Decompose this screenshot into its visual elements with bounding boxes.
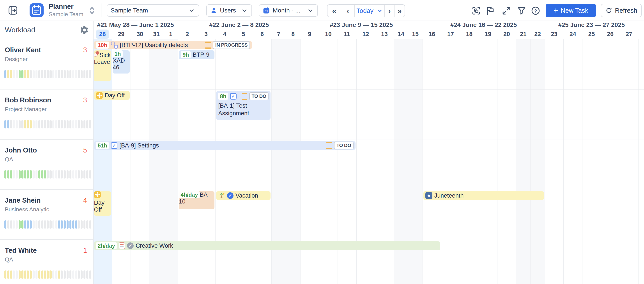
- workload-bar: [16, 70, 18, 78]
- day-header-cell: 7: [272, 29, 286, 39]
- grid-column-line: [620, 39, 620, 284]
- workload-settings-button[interactable]: [79, 25, 89, 35]
- task-chip[interactable]: 10h[BTP-12] Usability defectsIN PROGRESS: [94, 41, 252, 49]
- person-row[interactable]: John OttoQA5: [0, 140, 93, 190]
- task-chip[interactable]: 2h/day✓Creative Work: [94, 241, 440, 250]
- users-select[interactable]: Users: [206, 4, 252, 17]
- today-dropdown-button[interactable]: [375, 5, 384, 17]
- person-role: Designer: [5, 56, 28, 63]
- app-title-block[interactable]: Planner Sample Team: [49, 3, 84, 18]
- milestones-button[interactable]: [485, 5, 496, 16]
- user-icon: [210, 7, 217, 14]
- toolbar-divider: [101, 3, 102, 17]
- workload-bar: [52, 170, 54, 179]
- workload-bar: [21, 271, 23, 279]
- task-chip[interactable]: ★Juneteenth: [424, 191, 544, 200]
- filter-button[interactable]: [516, 5, 527, 16]
- workload-bar: [41, 70, 43, 78]
- workload-bar: [66, 220, 68, 229]
- day-header-cell: 12: [356, 29, 375, 39]
- new-task-button[interactable]: + New Task: [546, 4, 596, 17]
- day-header-cell: 22: [530, 29, 545, 39]
- chevron-down-icon: [376, 7, 383, 14]
- task-chip[interactable]: 9hBTP-9: [179, 50, 214, 59]
- workload-bar: [47, 271, 49, 279]
- workload-bar: [70, 120, 72, 128]
- workload-bar: [50, 170, 52, 179]
- task-chip[interactable]: ✓Vacation: [216, 191, 270, 200]
- workload-bar: [84, 271, 86, 279]
- week-label: #22 June 2 — 8 2025: [178, 21, 300, 29]
- workload-bar: [10, 170, 12, 179]
- person-row[interactable]: Oliver KentDesigner3: [0, 39, 93, 89]
- workload-bar: [38, 220, 40, 229]
- workload-bar: [13, 220, 15, 229]
- help-button[interactable]: ?: [530, 5, 541, 16]
- refresh-button[interactable]: Refresh: [601, 4, 642, 17]
- task-title: XAD-46: [112, 57, 127, 71]
- workload-bar: [38, 170, 40, 179]
- workload-bar: [38, 271, 40, 279]
- workload-sidebar: Workload Oliver KentDesigner3Bob Robinso…: [0, 20, 94, 284]
- collapse-sidebar-button[interactable]: [8, 5, 18, 16]
- week-label: #21 May 28 — June 1 2025: [93, 21, 178, 29]
- nav-next-button[interactable]: ›: [385, 5, 394, 17]
- chevron-down-icon: [307, 7, 314, 14]
- workload-bar: [70, 220, 72, 229]
- nav-next-fast-button[interactable]: »: [394, 5, 404, 17]
- pill-icon: [94, 50, 100, 57]
- workload-bar: [4, 170, 6, 179]
- workload-bar: [55, 271, 57, 279]
- team-select[interactable]: Sample Team: [107, 4, 199, 17]
- scan-tasks-icon: [471, 6, 481, 16]
- workload-bar: [80, 120, 82, 128]
- task-chip[interactable]: Day Off: [94, 91, 130, 100]
- task-chip[interactable]: 4h/dayBA-10: [179, 191, 214, 209]
- workload-bar: [80, 220, 82, 229]
- workload-bar: [18, 170, 20, 179]
- person-row[interactable]: Bob RobinsonProject Manager3: [0, 89, 93, 140]
- workload-bar: [89, 271, 91, 279]
- person-task-count: 5: [83, 146, 87, 154]
- day-header-cell: 26: [601, 29, 620, 39]
- workload-bar: [70, 271, 72, 279]
- workspace-switcher-chevrons[interactable]: [87, 5, 97, 16]
- task-chip[interactable]: 51h✓[BA-9] SettingsTO DO: [94, 141, 356, 150]
- workload-bar: [13, 271, 15, 279]
- task-chip[interactable]: Day Off: [94, 191, 111, 216]
- workload-bar: [36, 220, 38, 229]
- workload-bar: [21, 120, 23, 128]
- collapse-sidebar-icon: [8, 5, 18, 15]
- fullscreen-button[interactable]: [501, 5, 512, 16]
- day-header-cell: 6: [253, 29, 272, 39]
- task-chip[interactable]: 1hXAD-46: [112, 50, 130, 73]
- refresh-icon: [605, 7, 613, 14]
- week-label: #24 June 16 — 22 2025: [422, 21, 545, 29]
- workload-bar: [58, 220, 60, 229]
- nav-prev-fast-button[interactable]: «: [328, 5, 341, 17]
- workload-bar: [64, 220, 66, 229]
- workload-bar: [72, 120, 74, 128]
- workload-bar: [41, 220, 43, 229]
- scope-button[interactable]: [471, 5, 482, 16]
- task-title: Day Off: [94, 200, 104, 213]
- day-header-cell: 4: [215, 29, 234, 39]
- workload-bar: [72, 271, 74, 279]
- task-chip[interactable]: Sick Leave: [94, 50, 111, 81]
- person-row[interactable]: Ted WhiteQA1: [0, 240, 93, 284]
- plus-icon: +: [554, 6, 558, 14]
- grid-column-line: [582, 39, 582, 284]
- workload-bar: [30, 271, 32, 279]
- person-row[interactable]: Jane SheinBusiness Analytic4: [0, 190, 93, 240]
- nav-prev-button[interactable]: ‹: [341, 5, 354, 17]
- workload-bar: [24, 170, 26, 179]
- day-header-cell: 1: [164, 29, 178, 39]
- time-estimate-badge: 10h: [96, 41, 109, 48]
- grid-row-line: [0, 190, 644, 190]
- today-button[interactable]: Today: [355, 5, 375, 17]
- svg-text:31: 31: [265, 9, 268, 13]
- view-mode-select[interactable]: 31 Month - ...: [259, 4, 318, 17]
- workload-bar: [84, 220, 86, 229]
- task-chip[interactable]: 8h✓TO DO[BA-1] Test Assignment: [216, 91, 270, 120]
- priority-medium-icon: [242, 93, 247, 100]
